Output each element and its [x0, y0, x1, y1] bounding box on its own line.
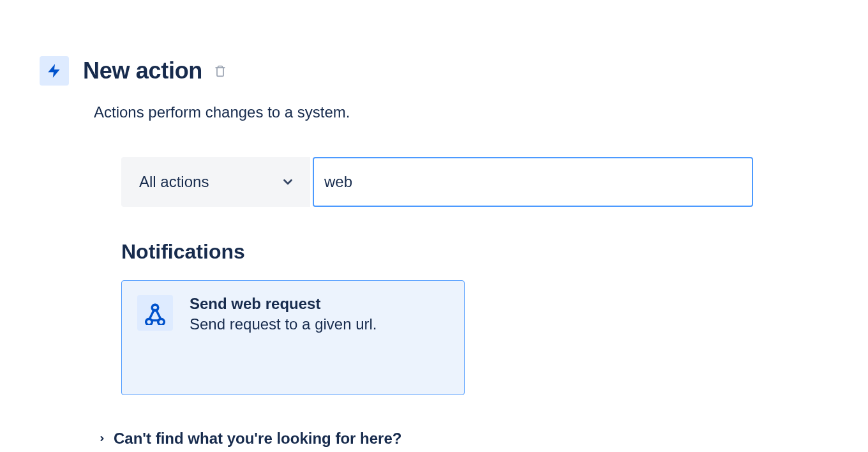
- webhook-icon: [137, 295, 173, 331]
- chevron-right-icon: [98, 435, 106, 442]
- dropdown-label: All actions: [139, 173, 209, 191]
- help-text: Can't find what you're looking for here?: [114, 430, 401, 448]
- action-result-card[interactable]: Send web request Send request to a given…: [121, 280, 465, 395]
- result-text: Send web request Send request to a given…: [190, 295, 377, 380]
- lightning-icon: [40, 56, 69, 86]
- chevron-down-icon: [281, 175, 295, 189]
- subtitle: Actions perform changes to a system.: [94, 103, 868, 121]
- trash-icon: [214, 64, 227, 78]
- filter-row: All actions: [121, 157, 868, 207]
- header-row: New action: [40, 56, 868, 86]
- delete-button[interactable]: [211, 61, 229, 80]
- svg-marker-0: [48, 64, 59, 78]
- result-description: Send request to a given url.: [190, 315, 377, 333]
- category-dropdown[interactable]: All actions: [121, 157, 310, 207]
- page-title: New action: [83, 57, 202, 84]
- help-expander[interactable]: Can't find what you're looking for here?: [98, 430, 868, 448]
- result-title: Send web request: [190, 295, 377, 313]
- section-heading: Notifications: [121, 240, 868, 264]
- search-input[interactable]: [313, 157, 753, 207]
